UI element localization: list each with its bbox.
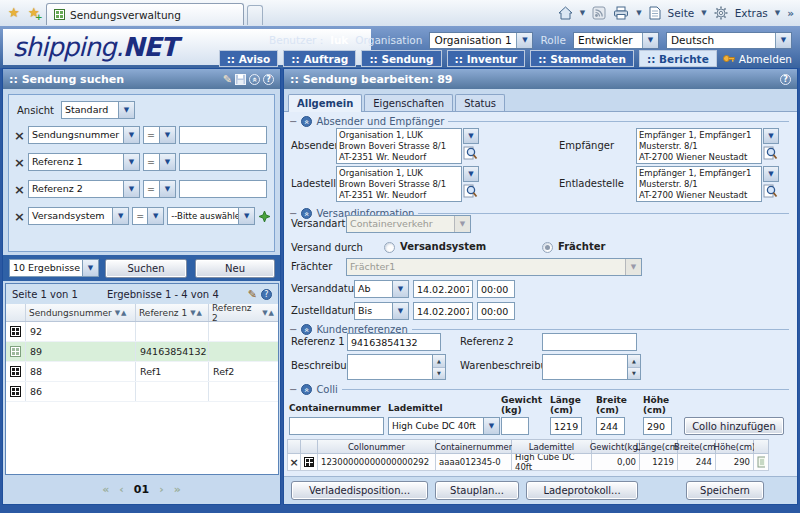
row-grid-icon[interactable] — [10, 386, 21, 397]
speichern-button[interactable]: Speichern — [686, 481, 764, 500]
hoehe-header[interactable]: Höhe(cm) — [716, 439, 754, 454]
row-grid-icon[interactable] — [10, 326, 21, 337]
absender-search-icon[interactable] — [463, 145, 478, 161]
zustelldatum-mode-select[interactable]: Bis ▼ — [354, 302, 409, 320]
delete-collo-icon[interactable]: × — [289, 456, 298, 469]
warenbeschreibung-spinner[interactable]: ▲▼ — [628, 354, 641, 380]
operator-select-arrow-icon[interactable]: ▼ — [159, 181, 175, 197]
new-tab-stub[interactable] — [247, 5, 263, 25]
absender-arrow-icon[interactable]: ▼ — [463, 128, 479, 144]
collo-row[interactable]: × 12300000000000000292 aaaa012345-0 High… — [287, 454, 769, 471]
lademittel-arrow-icon[interactable]: ▼ — [483, 418, 499, 434]
feed-icon[interactable] — [592, 6, 606, 20]
empfaenger-arrow-icon[interactable]: ▼ — [763, 128, 779, 144]
laenge-header[interactable]: Länge(cm) — [640, 439, 678, 454]
zustelldatum-time-input[interactable] — [477, 302, 515, 320]
empfaenger-search-icon[interactable] — [763, 145, 778, 161]
organisation-select-arrow-icon[interactable]: ▼ — [516, 33, 532, 48]
remove-filter-icon[interactable]: × — [14, 210, 25, 223]
sort-icons[interactable]: ▼▲ — [262, 309, 275, 317]
gewicht-header[interactable]: Gewicht(kg) — [592, 439, 640, 454]
filter-field-select[interactable]: Referenz 1 ▼ — [28, 153, 140, 171]
view-select-arrow-icon[interactable]: ▼ — [118, 102, 134, 118]
referenz2-input[interactable] — [542, 333, 637, 351]
ladestelle-arrow-icon[interactable]: ▼ — [463, 166, 479, 182]
edit-help-icon[interactable]: ? — [780, 74, 791, 85]
browser-tab[interactable]: Sendungsverwaltung — [46, 3, 244, 25]
add-collo-button[interactable]: Collo hinzufügen — [684, 417, 784, 435]
organisation-select[interactable]: Organisation 1 ▼ — [429, 32, 533, 49]
table-row[interactable]: 86 — [6, 382, 278, 402]
remove-filter-icon[interactable]: × — [14, 183, 25, 196]
page-menu-dropdown-icon[interactable]: ▼ — [701, 9, 706, 17]
containernummer-input[interactable] — [289, 417, 384, 435]
sort-icons[interactable]: ▼▲ — [190, 309, 203, 317]
nav-inventur[interactable]: :: Inventur — [447, 50, 526, 67]
language-select[interactable]: Deutsch ▼ — [666, 32, 792, 49]
role-select[interactable]: Entwickler ▼ — [573, 32, 659, 49]
filter-value-input[interactable] — [179, 153, 267, 171]
edit-results-icon[interactable]: ✎ — [248, 289, 257, 300]
home-dropdown-icon[interactable]: ▼ — [580, 9, 585, 17]
table-row[interactable]: 92 — [6, 322, 278, 342]
next-page-icon[interactable]: › — [159, 483, 164, 496]
tab-eigenschaften[interactable]: Eigenschaften — [364, 94, 453, 111]
nav-auftrag[interactable]: :: Auftrag — [283, 50, 356, 67]
prev-page-icon[interactable]: ‹ — [119, 483, 124, 496]
print-icon[interactable] — [613, 6, 629, 20]
zustelldatum-date-input[interactable] — [413, 302, 473, 320]
versanddatum-mode-select[interactable]: Ab ▼ — [354, 280, 409, 298]
page-menu-label[interactable]: Seite — [668, 7, 695, 19]
collonummer-header[interactable]: Collonummer — [318, 439, 436, 454]
toolbar-overflow-chevron[interactable]: » — [787, 7, 794, 19]
page-size-select[interactable]: 10 Ergebnisse ▼ — [9, 259, 99, 277]
operator-select-arrow-icon[interactable]: ▼ — [159, 127, 175, 143]
results-help-icon[interactable]: ? — [261, 289, 272, 300]
breite-input[interactable] — [596, 417, 625, 435]
beschreibung-spinner[interactable]: ▲▼ — [433, 354, 446, 380]
field-select-arrow-icon[interactable]: ▼ — [112, 208, 128, 224]
empfaenger-combo[interactable]: Empfänger 1, Empfänger1 Musterstr. 8/1 A… — [636, 128, 779, 164]
collapse-section-icon[interactable]: « — [301, 116, 312, 127]
versanddatum-time-input[interactable] — [477, 280, 515, 298]
filter-operator-select[interactable]: = ▼ — [143, 180, 176, 198]
column-sendungsnummer[interactable]: Sendungsnummer▼▲ — [26, 304, 136, 321]
table-row[interactable]: 89 94163854132 — [6, 342, 278, 362]
ladeprotokoll-button[interactable]: Ladeprotokoll... — [526, 481, 638, 500]
absender-combo[interactable]: Organisation 1, LUK Brown Boveri Strasse… — [336, 128, 479, 164]
tab-allgemein[interactable]: Allgemein — [288, 94, 362, 112]
first-page-icon[interactable]: « — [102, 483, 109, 496]
gewicht-input[interactable] — [501, 417, 529, 435]
laenge-input[interactable] — [550, 417, 582, 435]
nav-berichte[interactable]: :: Berichte — [639, 50, 717, 67]
field-select-arrow-icon[interactable]: ▼ — [123, 154, 139, 170]
table-row[interactable]: 88 Ref1 Ref2 — [6, 362, 278, 382]
filter-value-select[interactable]: --Bitte auswählen-- ▼ — [167, 207, 255, 225]
page-icon[interactable] — [649, 6, 661, 20]
filter-field-select[interactable]: Sendungsnummer ▼ — [28, 126, 140, 144]
collapse-section-icon[interactable]: « — [301, 384, 312, 395]
new-button[interactable]: Neu — [195, 259, 275, 278]
filter-operator-select[interactable]: = ▼ — [143, 153, 176, 171]
save-view-icon[interactable] — [235, 74, 246, 85]
hoehe-input[interactable] — [643, 417, 672, 435]
column-referenz2[interactable]: Referenz 2▼▲ — [209, 304, 278, 321]
ladestelle-search-icon[interactable] — [463, 183, 478, 199]
versanddatum-date-input[interactable] — [413, 280, 473, 298]
view-select[interactable]: Standard ▼ — [61, 101, 135, 119]
role-select-arrow-icon[interactable]: ▼ — [642, 33, 658, 48]
remove-filter-icon[interactable]: × — [14, 156, 25, 169]
nav-sendung[interactable]: :: Sendung — [361, 50, 441, 67]
add-favorite-icon[interactable]: ★+ — [28, 5, 40, 20]
operator-select-arrow-icon[interactable]: ▼ — [147, 208, 163, 224]
filter-field-select[interactable]: Referenz 2 ▼ — [28, 180, 140, 198]
edit-view-icon[interactable]: ✎ — [223, 74, 232, 85]
row-grid-icon[interactable] — [10, 366, 21, 377]
lademittel-select[interactable]: High Cube DC 40ft ▼ — [388, 417, 500, 435]
tools-gear-icon[interactable] — [714, 6, 728, 20]
tools-menu-label[interactable]: Extras — [735, 7, 768, 19]
breite-header[interactable]: Breite(cm) — [678, 439, 716, 454]
collapse-section-icon[interactable]: « — [301, 324, 312, 335]
language-select-arrow-icon[interactable]: ▼ — [775, 33, 791, 48]
tools-menu-dropdown-icon[interactable]: ▼ — [775, 9, 780, 17]
